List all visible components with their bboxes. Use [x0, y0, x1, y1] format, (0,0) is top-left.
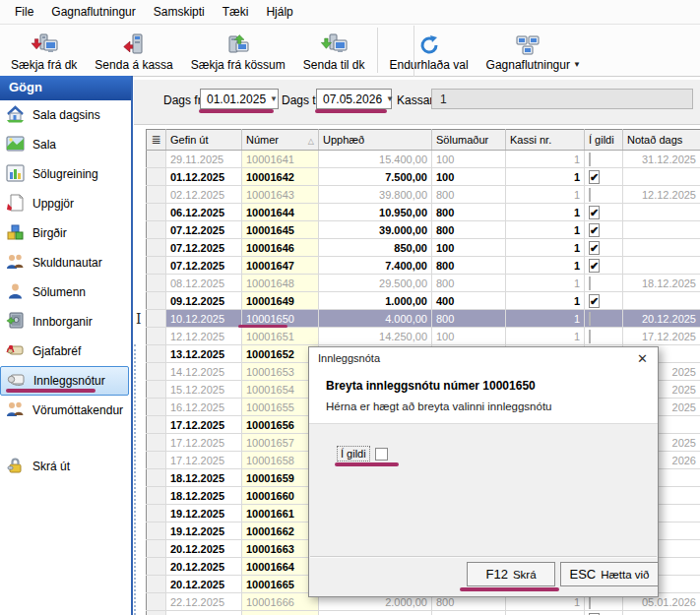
row-selector[interactable] — [147, 452, 166, 469]
row-selector[interactable] — [147, 416, 166, 434]
row-selector[interactable] — [147, 523, 166, 540]
row-selector[interactable] — [147, 204, 166, 221]
row-selector[interactable] — [147, 168, 166, 186]
sidebar-item-s-lugreining[interactable]: Sölugreining — [0, 159, 129, 189]
row-selector[interactable] — [147, 363, 166, 381]
table-row[interactable]: 07.12.202510001646850,001001✔ — [147, 239, 700, 257]
row-selector[interactable] — [147, 611, 166, 615]
column-header[interactable]: Í gildi — [585, 130, 623, 151]
table-row[interactable]: 10.12.2025100016504.000,00800120.12.2025 — [147, 310, 700, 328]
table-row[interactable]: 23.12.20251000166712.500,008001✔ — [147, 611, 700, 615]
date-to-combobox[interactable]: 07.05.2026 ▼ — [316, 89, 392, 109]
toolbar-button-4[interactable]: Senda til dk — [294, 25, 374, 76]
valid-checkbox[interactable] — [589, 312, 591, 326]
menu-item-hjálp[interactable]: Hjálp — [257, 1, 301, 23]
column-header[interactable]: Númer△ — [242, 130, 319, 151]
sidebar-item-s-lumenn[interactable]: Sölumenn — [0, 277, 129, 307]
table-row[interactable]: 09.12.2025100016491.000,004001✔ — [147, 292, 700, 310]
toolbar-button-3[interactable]: Sækja frá kössum — [182, 25, 294, 76]
valid-checkbox[interactable] — [589, 153, 591, 166]
table-row[interactable]: 06.12.20251000164410.950,008001✔ — [147, 204, 700, 221]
row-selector[interactable] — [147, 576, 166, 593]
valid-checkbox[interactable]: ✔ — [589, 170, 600, 184]
row-selector[interactable] — [147, 275, 166, 292]
row-selector[interactable] — [147, 345, 166, 363]
row-selector[interactable] — [147, 257, 166, 275]
cell-numer: 10001651 — [242, 328, 319, 345]
row-selector[interactable] — [147, 558, 166, 576]
menu-item-tæki[interactable]: Tæki — [214, 1, 258, 23]
cancel-button[interactable]: ESCHætta við — [560, 562, 659, 586]
sidebar-item-sala-dagsins[interactable]: Sala dagsins — [0, 100, 129, 130]
row-selector[interactable] — [147, 505, 166, 523]
sidebar-item-uppgj-r[interactable]: Uppgjör — [0, 189, 129, 218]
date-from-combobox[interactable]: 01.01.2025 ▼ — [200, 89, 279, 109]
column-header[interactable]: Notað dags — [623, 130, 700, 151]
sidebar-item-gjafabr-f[interactable]: Gjafabréf — [0, 337, 129, 366]
valid-checkbox[interactable] — [589, 188, 591, 202]
column-header[interactable]: Upphæð — [319, 130, 432, 151]
cell-numer: 10001648 — [242, 275, 319, 292]
valid-checkbox[interactable]: ✔ — [589, 294, 600, 308]
table-row[interactable]: 07.12.2025100016477.400,008001✔ — [147, 257, 700, 275]
sidebar-item-v-rum-ttakendur[interactable]: Vörumóttakendur — [0, 396, 129, 425]
valid-checkbox[interactable]: ✔ — [589, 241, 600, 255]
cell-notad-dags: 31.12.2025 — [623, 151, 700, 168]
row-selector[interactable] — [147, 328, 166, 345]
column-header[interactable]: Kassi nr. — [506, 130, 585, 151]
splitter-grip[interactable] — [134, 344, 136, 615]
table-row[interactable]: 08.12.20251000164829.500,00800118.12.202… — [147, 275, 700, 292]
valid-checkbox[interactable] — [589, 330, 591, 343]
row-selector[interactable] — [147, 292, 166, 310]
close-icon[interactable]: ✕ — [637, 351, 648, 366]
cell-i-gildi — [585, 186, 623, 204]
toolbar-button-2[interactable]: Senda á kassa — [86, 25, 181, 76]
cell-notad-dags — [623, 168, 700, 186]
row-selector[interactable] — [147, 239, 166, 257]
table-row[interactable]: 29.11.20251000164115.400,00100131.12.202… — [147, 151, 700, 168]
save-button[interactable]: F12Skrá — [467, 562, 555, 586]
menu-item-gagnaflutningur[interactable]: Gagnaflutningur — [42, 1, 144, 23]
people-icon — [6, 253, 25, 274]
toolbar-button-6[interactable]: Gagnaflutningur — [477, 25, 579, 76]
sidebar: Gögn Sala dagsinsSalaSölugreiningUppgjör… — [0, 76, 133, 615]
valid-checkbox[interactable]: ✔ — [589, 206, 600, 219]
table-row[interactable]: 07.12.20251000164539.000,008001✔ — [147, 221, 700, 239]
valid-checkbox[interactable] — [375, 448, 388, 461]
valid-checkbox[interactable] — [589, 277, 591, 290]
row-selector[interactable] — [147, 221, 166, 239]
column-header[interactable]: Gefin út — [166, 130, 242, 151]
row-selector[interactable] — [147, 310, 166, 328]
table-row[interactable]: 12.12.20251000165114.250,00100117.12.202… — [147, 328, 700, 345]
valid-checkbox[interactable]: ✔ — [589, 223, 600, 237]
dropdown-arrow-icon[interactable]: ▼ — [573, 60, 581, 69]
row-selector[interactable] — [147, 487, 166, 505]
row-selector[interactable] — [147, 593, 166, 611]
sidebar-item-skuldunautar[interactable]: Skuldunautar — [0, 248, 129, 277]
sidebar-item-sala[interactable]: Sala — [0, 130, 129, 159]
row-selector[interactable] — [147, 540, 166, 558]
sidebar-item-innborganir[interactable]: Innborganir — [0, 307, 129, 337]
row-selector[interactable] — [147, 381, 166, 399]
cell-notad-dags: 18.12.2025 — [623, 275, 700, 292]
sidebar-item-skr-t[interactable]: Skrá út — [0, 452, 129, 481]
valid-checkbox[interactable]: ✔ — [589, 259, 600, 273]
dialog-header: Breyta innleggsnótu númer 10001650 Hérna… — [309, 370, 658, 424]
cell-upphaed: 12.500,00 — [319, 611, 432, 615]
cell-i-gildi: ✔ — [585, 611, 623, 615]
row-selector[interactable] — [147, 151, 166, 168]
row-selector[interactable] — [147, 434, 166, 452]
row-selector[interactable] — [147, 469, 166, 487]
date-to-value: 07.05.2026 — [323, 92, 382, 106]
menu-item-samskipti[interactable]: Samskipti — [145, 1, 214, 23]
row-selector[interactable] — [147, 186, 166, 204]
cell-gefin-ut: 20.12.2025 — [166, 576, 242, 593]
toolbar-button-5[interactable]: Endurhlaða val — [381, 25, 477, 76]
menu-item-file[interactable]: File — [6, 1, 42, 23]
table-row[interactable]: 02.12.20251000164339.800,00800112.12.202… — [147, 186, 700, 204]
row-selector[interactable] — [147, 399, 166, 416]
toolbar-button-1[interactable]: Sækja frá dk — [2, 25, 86, 76]
table-row[interactable]: 01.12.2025100016427.500,001001✔ — [147, 168, 700, 186]
sidebar-item-birg-ir[interactable]: Birgðir — [0, 218, 129, 248]
column-header[interactable]: Sölumaður — [432, 130, 506, 151]
